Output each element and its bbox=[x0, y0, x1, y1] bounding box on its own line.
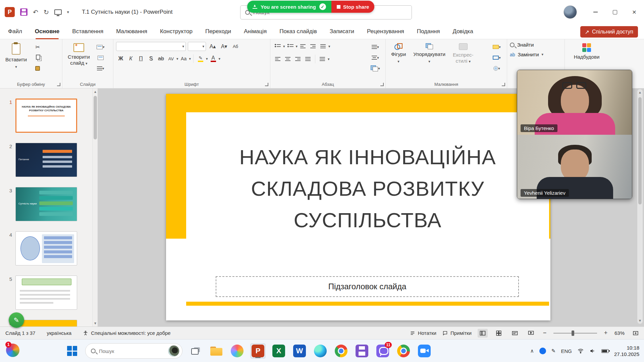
task-view-button[interactable] bbox=[188, 343, 203, 359]
slide-thumbnail-3[interactable]: Сутність науки bbox=[15, 187, 77, 221]
scroll-up-icon[interactable]: ▲ bbox=[637, 90, 643, 94]
grow-font-button[interactable]: А▴ bbox=[208, 42, 217, 51]
undo-icon[interactable]: ↶ bbox=[33, 8, 38, 16]
font-dialog-launcher[interactable] bbox=[265, 83, 268, 86]
volume-icon[interactable] bbox=[589, 348, 596, 354]
language-switch[interactable]: ENG bbox=[561, 348, 572, 354]
columns-button[interactable] bbox=[318, 55, 327, 63]
reset-slide-button[interactable] bbox=[96, 53, 105, 62]
tab-animations[interactable]: Анімація bbox=[244, 24, 267, 39]
thumbnail-scrollbar[interactable]: ▲ ▼ bbox=[92, 88, 98, 326]
align-left-button[interactable] bbox=[273, 55, 282, 63]
minimize-button[interactable] bbox=[586, 0, 605, 24]
bullets-button[interactable] bbox=[273, 42, 282, 51]
participant-tile-1[interactable]: Віра Бутенко bbox=[517, 70, 632, 135]
slide-canvas[interactable]: НАУКА ЯК ІННОВАЦІЙНА СКЛАДОВА РОЗВИТКУ С… bbox=[166, 94, 550, 320]
font-name-select[interactable]: ▾ bbox=[116, 42, 186, 51]
annotate-button[interactable]: ✎ bbox=[9, 312, 24, 328]
stop-share-button[interactable]: Stop share bbox=[331, 1, 375, 13]
replace-button[interactable]: ab Замінити ▾ bbox=[510, 52, 562, 57]
scroll-up-icon[interactable]: ▲ bbox=[93, 90, 98, 94]
taskbar-search[interactable] bbox=[85, 343, 182, 359]
align-right-button[interactable] bbox=[293, 55, 303, 63]
shape-outline-button[interactable]: ▾ bbox=[489, 53, 504, 62]
slide-sorter-view-button[interactable] bbox=[494, 329, 504, 338]
align-center-button[interactable] bbox=[283, 55, 292, 63]
comments-button[interactable]: Примітки bbox=[442, 330, 472, 336]
tab-home[interactable]: Основне bbox=[35, 24, 60, 39]
tab-insert[interactable]: Вставлення bbox=[72, 24, 103, 39]
wifi-icon[interactable] bbox=[577, 348, 584, 354]
drawing-dialog-launcher[interactable] bbox=[502, 83, 505, 86]
file-explorer-button[interactable] bbox=[209, 343, 224, 359]
layout-button[interactable]: ▾ bbox=[96, 43, 105, 51]
shape-fill-button[interactable]: ▾ bbox=[489, 43, 504, 51]
paragraph-dialog-launcher[interactable] bbox=[380, 83, 384, 86]
arrange-button[interactable]: Упорядкувати ▾ bbox=[411, 42, 448, 80]
slide-subtitle-placeholder[interactable]: Підзаголовок слайда bbox=[216, 276, 519, 297]
pen-tray-icon[interactable]: ✎ bbox=[551, 348, 556, 354]
scrollbar-thumb[interactable] bbox=[638, 97, 642, 204]
notes-button[interactable]: Нотатки bbox=[410, 330, 436, 336]
zoom-slider[interactable] bbox=[553, 333, 597, 334]
taskbar-search-input[interactable] bbox=[99, 348, 159, 354]
qat-customize-icon[interactable]: ▾ bbox=[67, 10, 69, 14]
bold-button[interactable]: Ж bbox=[116, 54, 125, 63]
format-painter-button[interactable] bbox=[33, 64, 42, 73]
start-button[interactable] bbox=[64, 343, 80, 359]
account-avatar[interactable] bbox=[564, 5, 577, 19]
justify-button[interactable] bbox=[303, 55, 313, 63]
cut-button[interactable]: ✂ bbox=[33, 43, 42, 51]
main-scrollbar[interactable]: ▲ ▼ bbox=[637, 89, 643, 324]
font-color-button[interactable]: А bbox=[209, 54, 218, 63]
slide-thumbnail-4[interactable] bbox=[15, 231, 77, 265]
zoom-slider-thumb[interactable] bbox=[572, 330, 574, 336]
shrink-font-button[interactable]: А▾ bbox=[219, 42, 229, 51]
increase-indent-button[interactable] bbox=[308, 42, 318, 51]
font-size-select[interactable]: ▾ bbox=[188, 42, 206, 51]
start-slideshow-icon[interactable] bbox=[54, 9, 62, 15]
reading-view-button[interactable] bbox=[510, 329, 520, 338]
text-shadow-button[interactable]: S bbox=[146, 54, 156, 63]
participant-tile-2[interactable]: Yevhenii Yelizariev bbox=[517, 135, 632, 199]
shapes-button[interactable]: Фігури ▾ bbox=[388, 42, 409, 80]
close-button[interactable]: ✕ bbox=[625, 0, 644, 24]
tab-design[interactable]: Конструктор bbox=[160, 24, 193, 39]
language-indicator[interactable]: українська bbox=[47, 330, 71, 336]
accessibility-status[interactable]: Спеціальні можливості: усе добре bbox=[83, 330, 170, 336]
browser-taskbar-button[interactable] bbox=[396, 343, 411, 359]
tab-view[interactable]: Подання bbox=[417, 24, 440, 39]
zoom-out-button[interactable]: − bbox=[542, 329, 547, 337]
convert-smartart-button[interactable]: ▾ bbox=[368, 64, 383, 73]
excel-taskbar-button[interactable]: X bbox=[271, 343, 286, 359]
edge-taskbar-button[interactable] bbox=[313, 343, 328, 359]
paste-button[interactable]: Вставити ▾ bbox=[3, 42, 30, 73]
shape-effects-button[interactable]: ▾ bbox=[489, 64, 504, 73]
zoom-level[interactable]: 63% bbox=[614, 330, 625, 336]
slide-thumbnail-1[interactable]: НАУКА ЯК ІННОВАЦІЙНА СКЛАДОВА РОЗВИТКУ С… bbox=[15, 99, 77, 133]
powerpoint-logo-icon[interactable]: P bbox=[5, 7, 15, 17]
zoom-in-button[interactable]: + bbox=[603, 329, 608, 337]
decrease-indent-button[interactable] bbox=[298, 42, 308, 51]
battery-icon[interactable] bbox=[601, 349, 609, 353]
align-text-button[interactable]: ▾ bbox=[368, 53, 383, 62]
scrollbar-thumb[interactable] bbox=[94, 96, 97, 139]
new-slide-button[interactable]: Створитислайд ▾ bbox=[65, 42, 93, 73]
save-app-button[interactable] bbox=[354, 343, 370, 359]
fit-slide-button[interactable] bbox=[631, 329, 641, 338]
line-spacing-button[interactable] bbox=[318, 42, 328, 51]
addins-button[interactable]: Надбудови bbox=[568, 42, 606, 61]
zoom-taskbar-button[interactable] bbox=[417, 343, 432, 359]
slide-thumbnail-2[interactable]: Питання bbox=[15, 143, 77, 177]
maximize-button[interactable] bbox=[605, 0, 625, 24]
tab-transitions[interactable]: Переходи bbox=[205, 24, 231, 39]
slideshow-view-button[interactable] bbox=[526, 329, 536, 338]
viber-taskbar-button[interactable]: 11 bbox=[375, 343, 390, 359]
word-taskbar-button[interactable]: W bbox=[292, 343, 307, 359]
chrome-taskbar-button[interactable] bbox=[333, 343, 349, 359]
italic-button[interactable]: К bbox=[126, 54, 136, 63]
tab-help[interactable]: Довідка bbox=[452, 24, 473, 39]
strikethrough-button[interactable]: ab bbox=[156, 54, 166, 63]
tab-review[interactable]: Рецензування bbox=[367, 24, 404, 39]
scroll-down-icon[interactable]: ▼ bbox=[93, 321, 98, 325]
